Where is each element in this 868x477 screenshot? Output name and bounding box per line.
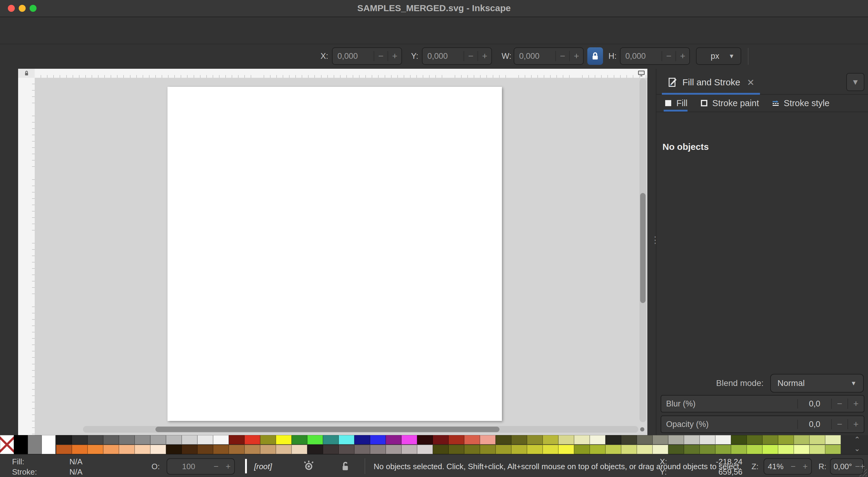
h-decrement[interactable]: − [661,51,676,61]
palette-swatch[interactable] [684,445,700,454]
palette-swatch[interactable] [590,445,606,454]
palette-swatch[interactable] [182,435,197,444]
palette-swatch[interactable] [637,445,652,454]
palette-swatch[interactable] [260,445,276,454]
palette-swatch[interactable] [307,445,323,454]
palette-swatch[interactable] [229,445,245,454]
palette-swatch[interactable] [464,445,480,454]
palette-swatch[interactable] [119,445,134,454]
palette-swatch[interactable] [197,435,213,444]
palette-swatch[interactable] [72,435,88,444]
palette-swatch[interactable] [245,445,260,454]
vertical-scrollbar[interactable] [640,78,646,422]
palette-swatch[interactable] [778,435,794,444]
palette-swatch[interactable] [323,445,339,454]
h-increment[interactable]: + [676,51,689,61]
palette-swatch[interactable] [684,435,700,444]
palette-swatch[interactable] [166,435,182,444]
blend-mode-dropdown[interactable]: Normal▼ [770,374,864,393]
palette-swatch[interactable] [417,445,433,454]
palette-swatch[interactable] [496,445,511,454]
palette-swatch[interactable] [763,435,778,444]
palette-swatch[interactable] [370,445,386,454]
palette-swatch[interactable] [354,445,370,454]
palette-swatch[interactable] [291,445,307,454]
palette-swatch[interactable] [590,435,606,444]
palette-swatch[interactable] [763,445,778,454]
palette-swatch[interactable] [182,445,197,454]
opacity-plus[interactable]: + [222,462,234,471]
palette-swatch[interactable] [291,435,307,444]
palette-swatch[interactable] [527,435,542,444]
tab-fill[interactable]: Fill [664,95,687,111]
display-mode-icon[interactable] [636,69,647,77]
palette-swatch[interactable] [433,445,448,454]
h-field[interactable]: 0,000−+ [620,47,690,65]
w-decrement[interactable]: − [555,51,569,61]
palette-swatch[interactable] [56,445,72,454]
palette-swatch[interactable] [386,435,401,444]
palette-swatch[interactable] [606,435,621,444]
palette-swatch[interactable] [213,445,229,454]
palette-swatch[interactable] [150,445,166,454]
horizontal-scrollbar-thumb[interactable] [155,427,499,432]
palette-swatch[interactable] [448,435,464,444]
palette-swatch[interactable] [88,445,103,454]
palette-swatch[interactable] [307,435,323,444]
palette-swatch[interactable] [511,445,527,454]
canvas[interactable] [35,78,647,435]
palette-swatch[interactable] [731,445,747,454]
palette-swatch[interactable] [825,435,841,444]
palette-swatch[interactable] [464,435,480,444]
palette-swatch[interactable] [794,435,809,444]
blur-slider[interactable]: Blur (%) 0,0 −+ [661,395,864,412]
panel-resize-handle[interactable]: ⋮ [647,69,656,435]
palette-swatch[interactable] [197,445,213,454]
y-decrement[interactable]: − [464,51,477,61]
palette-swatch[interactable] [88,435,103,444]
no-color-swatch[interactable] [0,435,14,454]
palette-swatch[interactable] [28,435,42,454]
palette-swatch[interactable] [574,435,590,444]
palette-swatch[interactable] [401,435,417,444]
palette-swatch[interactable] [339,445,354,454]
palette-swatch[interactable] [778,445,794,454]
w-increment[interactable]: + [569,51,583,61]
palette-swatch[interactable] [72,445,88,454]
palette-swatch[interactable] [14,435,28,454]
opacity-minus[interactable]: − [210,462,222,471]
palette-swatch[interactable] [166,445,182,454]
current-layer[interactable]: [root] [254,462,272,471]
palette-swatch[interactable] [103,445,119,454]
palette-swatch[interactable] [134,445,150,454]
lock-ratio-button[interactable] [587,47,603,65]
palette-swatch[interactable] [276,435,291,444]
tab-stroke-paint[interactable]: Stroke paint [700,95,759,111]
palette-swatch[interactable] [574,445,590,454]
unit-dropdown[interactable]: px ▼ [696,47,741,65]
palette-swatch[interactable] [339,435,354,444]
palette-swatch[interactable] [621,435,637,444]
palette-swatch[interactable] [668,435,684,444]
palette-swatch[interactable] [119,435,134,444]
x-increment[interactable]: + [388,51,401,61]
palette-swatch[interactable] [637,435,652,444]
palette-swatch[interactable] [747,435,763,444]
palette-swatch[interactable] [542,435,558,444]
palette-swatch[interactable] [417,435,433,444]
palette-swatch[interactable] [480,445,496,454]
y-field[interactable]: 0,000−+ [422,47,492,65]
zoom-plus[interactable]: + [799,462,811,471]
palette-swatch[interactable] [323,435,339,444]
palette-swatch[interactable] [103,435,119,444]
palette-swatch[interactable] [558,445,574,454]
opacity-spinbox[interactable]: 100−+ [166,458,235,475]
palette-swatch[interactable] [542,445,558,454]
palette-swatch[interactable] [42,435,56,454]
close-dialog-icon[interactable]: ✕ [747,77,754,88]
palette-swatch[interactable] [652,445,668,454]
rotation-plus[interactable]: + [860,462,865,471]
opacity-slider[interactable]: Opacity (%) 0,0 −+ [661,415,864,433]
chevron-down-icon[interactable]: ▼ [846,73,864,91]
layer-visibility-icon[interactable] [302,459,316,473]
